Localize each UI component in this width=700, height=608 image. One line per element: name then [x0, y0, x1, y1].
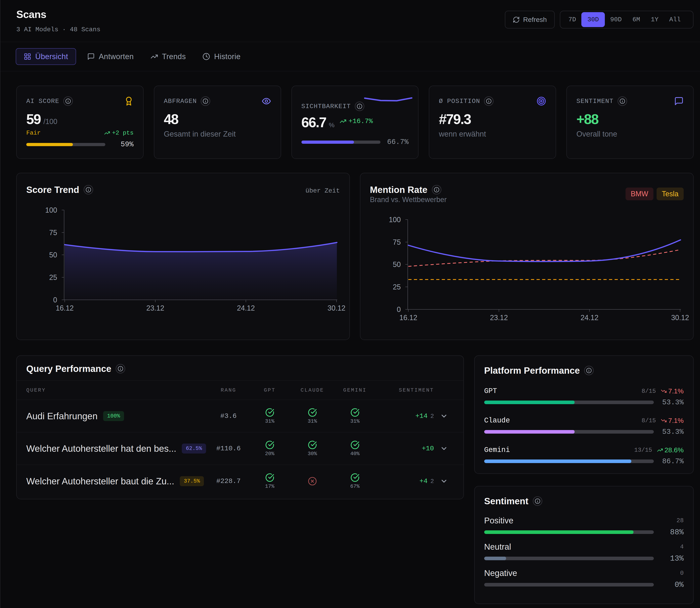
svg-text:25: 25	[49, 273, 57, 282]
svg-text:23.12: 23.12	[490, 314, 508, 322]
svg-text:24.12: 24.12	[237, 304, 255, 312]
svg-text:100: 100	[45, 206, 57, 214]
svg-text:30.12: 30.12	[671, 314, 689, 322]
svg-text:50: 50	[49, 251, 57, 259]
svg-text:24.12: 24.12	[581, 314, 599, 322]
svg-text:0: 0	[397, 305, 401, 314]
svg-text:30.12: 30.12	[327, 304, 345, 312]
svg-text:23.12: 23.12	[146, 304, 164, 312]
svg-text:100: 100	[389, 215, 401, 224]
svg-text:50: 50	[393, 260, 401, 269]
svg-text:0: 0	[53, 296, 57, 304]
svg-text:75: 75	[49, 229, 57, 237]
svg-text:75: 75	[393, 238, 401, 246]
svg-text:25: 25	[393, 283, 401, 291]
svg-text:16.12: 16.12	[399, 314, 417, 322]
svg-text:16.12: 16.12	[56, 304, 74, 312]
